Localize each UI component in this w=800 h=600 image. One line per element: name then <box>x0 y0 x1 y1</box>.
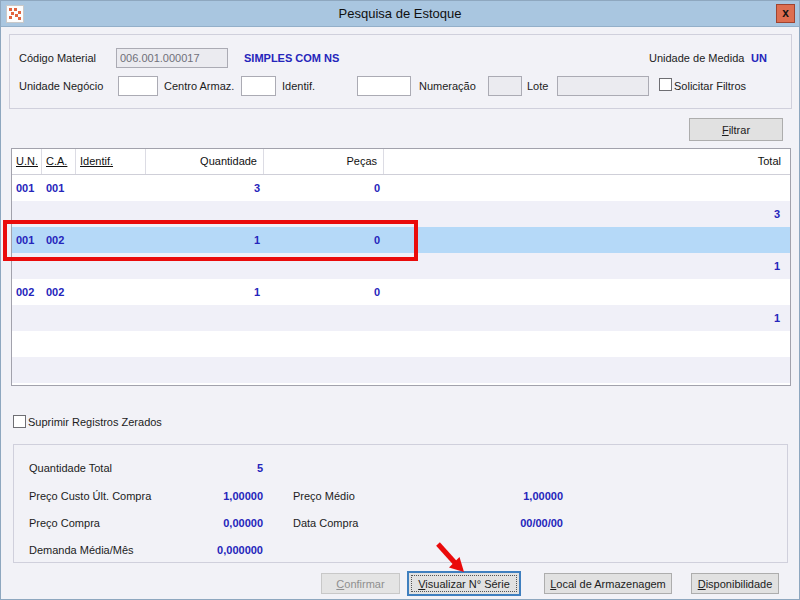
title-bar: Pesquisa de Estoque x <box>1 1 799 27</box>
local-armazenagem-button[interactable]: Local de Armazenagem <box>544 573 672 594</box>
confirmar-button: Confirmar <box>321 573 400 594</box>
lote-label: Lote <box>527 80 548 92</box>
visualizar-serie-button[interactable]: Visualizar N° Série <box>407 571 521 596</box>
table-header-row: U.N. C.A. Identif. Quantidade Peças Tota… <box>12 149 790 175</box>
table-row-selected[interactable]: 001 002 1 0 <box>12 227 790 253</box>
data-compra-value: 00/00/00 <box>451 517 563 529</box>
preco-compra-label: Preço Compra <box>29 517 100 529</box>
material-description: SIMPLES COM NS <box>244 52 339 64</box>
filtrar-button[interactable]: Filtrar <box>689 118 783 141</box>
table-row[interactable]: 001 001 3 0 <box>12 175 790 201</box>
disponibilidade-button[interactable]: Disponibilidade <box>691 573 779 594</box>
quantidade-total-value: 5 <box>151 462 263 474</box>
codigo-material-label: Código Material <box>19 52 96 64</box>
table-row[interactable]: 002 002 1 0 <box>12 279 790 305</box>
preco-medio-label: Preço Médio <box>293 490 355 502</box>
column-header-quantidade[interactable]: Quantidade <box>146 149 264 174</box>
filter-groupbox <box>9 34 792 109</box>
solicitar-filtros-label: Solicitar Filtros <box>674 80 746 92</box>
column-header-ca[interactable]: C.A. <box>42 149 76 174</box>
preco-custo-label: Preço Custo Últ. Compra <box>29 490 151 502</box>
window-title: Pesquisa de Estoque <box>1 6 799 21</box>
table-empty-row <box>12 357 790 383</box>
numeracao-field <box>488 76 522 96</box>
unidade-negocio-field[interactable] <box>118 76 158 96</box>
preco-compra-value: 0,00000 <box>151 517 263 529</box>
identif-label: Identif. <box>282 80 315 92</box>
suprimir-zerados-checkbox[interactable] <box>13 415 26 428</box>
table-empty-row <box>12 331 790 357</box>
identif-field[interactable] <box>357 76 411 96</box>
centro-armaz-label: Centro Armaz. <box>164 80 234 92</box>
demanda-media-value: 0,000000 <box>151 544 263 556</box>
column-header-pecas[interactable]: Peças <box>264 149 384 174</box>
data-compra-label: Data Compra <box>293 517 358 529</box>
codigo-material-field <box>116 48 228 68</box>
suprimir-zerados-label: Suprimir Registros Zerados <box>28 416 162 428</box>
column-header-un[interactable]: U.N. <box>12 149 42 174</box>
unidade-negocio-label: Unidade Negócio <box>19 80 103 92</box>
demanda-media-label: Demanda Média/Mês <box>29 544 134 556</box>
centro-armaz-field[interactable] <box>241 76 276 96</box>
table-total-row: 1 <box>12 305 790 331</box>
column-header-identif[interactable]: Identif. <box>76 149 146 174</box>
preco-custo-value: 1,00000 <box>151 490 263 502</box>
unidade-medida-label: Unidade de Medida <box>649 52 744 64</box>
table-total-row: 1 <box>12 253 790 279</box>
pesquisa-estoque-dialog: Pesquisa de Estoque x Código Material SI… <box>0 0 800 600</box>
close-button[interactable]: x <box>776 4 795 23</box>
quantidade-total-label: Quantidade Total <box>29 462 112 474</box>
preco-medio-value: 1,00000 <box>451 490 563 502</box>
table-total-row: 3 <box>12 201 790 227</box>
numeracao-label: Numeração <box>419 80 476 92</box>
column-header-total[interactable]: Total <box>384 149 790 174</box>
unidade-medida-value: UN <box>751 52 767 64</box>
lote-field <box>557 76 649 96</box>
stock-table: U.N. C.A. Identif. Quantidade Peças Tota… <box>11 148 791 386</box>
solicitar-filtros-checkbox[interactable] <box>659 78 672 91</box>
